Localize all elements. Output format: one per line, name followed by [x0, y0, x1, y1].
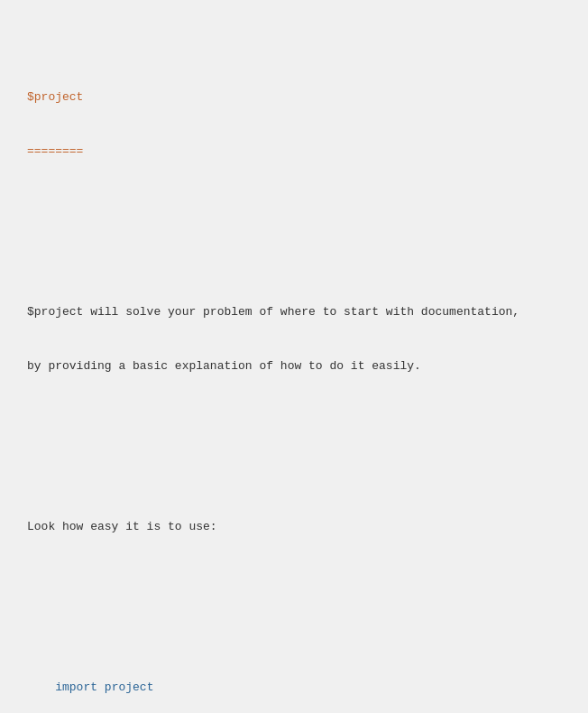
code-line-1: import project — [27, 679, 561, 698]
doc-title-underline: ======== — [27, 143, 561, 162]
document-content: $project ======== $project will solve yo… — [27, 18, 561, 713]
look-line: Look how easy it is to use: — [27, 518, 561, 537]
doc-title: $project — [27, 88, 561, 107]
intro-line1: $project will solve your problem of wher… — [27, 303, 561, 322]
intro-line2: by providing a basic explanation of how … — [27, 357, 561, 376]
